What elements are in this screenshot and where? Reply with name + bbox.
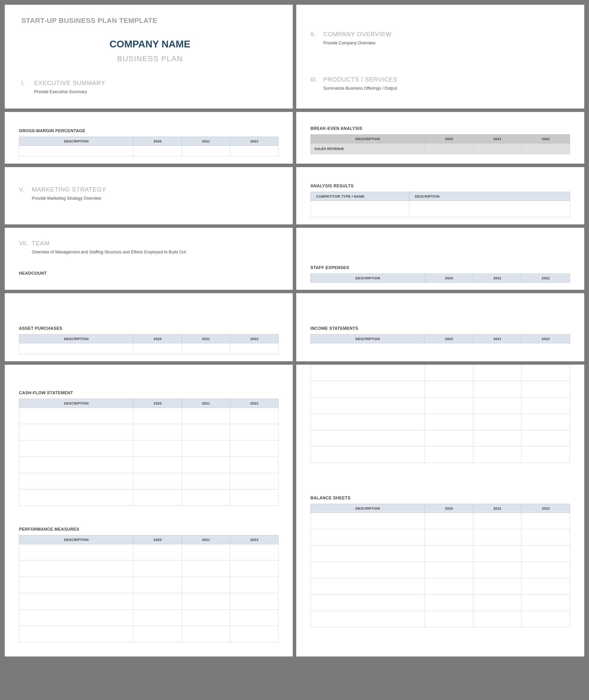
th-description: DESCRIPTION	[19, 399, 134, 408]
th-y3: 2022	[230, 334, 278, 343]
th-description: DESCRIPTION	[311, 504, 425, 513]
section-exec: I. EXECUTIVE SUMMARY	[21, 79, 278, 87]
table-row	[19, 489, 278, 506]
page-income-balance: BALANCE SHEETS DESCRIPTION 2020 2021 202…	[296, 365, 584, 657]
table-staff-expenses: DESCRIPTION 2020 2021 2022	[311, 274, 570, 283]
section-title: TEAM	[32, 240, 49, 247]
table-income-header: DESCRIPTION 2020 2021 2022	[311, 334, 570, 343]
th-y3: 2022	[230, 535, 278, 544]
th-y2: 2021	[182, 334, 230, 343]
th-y1: 2020	[425, 274, 473, 283]
table-row	[19, 626, 278, 642]
section-marketing: V. MARKETING STRATEGY	[19, 186, 278, 193]
table-row	[19, 544, 278, 561]
table-row	[311, 611, 570, 627]
th-y2: 2021	[473, 134, 522, 143]
table-row	[19, 424, 278, 440]
block-title-balance: BALANCE SHEETS	[311, 495, 570, 500]
page-gross-margin: GROSS-MARGIN PERCENTAGE DESCRIPTION 2020…	[5, 112, 293, 164]
table-row	[19, 593, 278, 610]
table-row: SALES REVENUE	[311, 143, 570, 154]
section-roman: I.	[21, 79, 34, 87]
th-y1: 2020	[134, 137, 182, 146]
table-row	[19, 457, 278, 473]
th-y1: 2020	[134, 399, 182, 408]
page-header-summary: START-UP BUSINESS PLAN TEMPLATE COMPANY …	[5, 5, 293, 109]
th-y2: 2021	[473, 334, 522, 343]
block-title-asset: ASSET PURCHASES	[19, 326, 278, 331]
table-income-body	[311, 365, 570, 463]
th-y3: 2022	[522, 134, 570, 143]
table-row	[311, 595, 570, 611]
page-staff-expenses: STAFF EXPENSES DESCRIPTION 2020 2021 202…	[296, 228, 584, 290]
page-cash-perf: CASH-FLOW STATEMENT DESCRIPTION 2020 202…	[5, 365, 293, 657]
table-asset-purchases: DESCRIPTION 2020 2021 2022	[19, 334, 278, 354]
table-row	[19, 408, 278, 424]
th-y3: 2022	[522, 504, 570, 513]
section-body: Provide Company Overview	[323, 41, 570, 46]
page-income-top: INCOME STATEMENTS DESCRIPTION 2020 2021 …	[296, 293, 584, 361]
section-title: COMPANY OVERVIEW	[323, 31, 391, 38]
th-description: DESCRIPTION	[311, 334, 425, 343]
section-roman: V.	[19, 186, 32, 193]
table-cash-flow: DESCRIPTION 2020 2021 2022	[19, 399, 278, 506]
company-name: COMPANY NAME	[21, 39, 278, 50]
th-y2: 2021	[182, 399, 230, 408]
th-description: DESCRIPTION	[311, 134, 425, 143]
th-y3: 2022	[522, 274, 570, 283]
section-body: Overview of Management and Staffing Stru…	[32, 250, 278, 255]
th-description: DESCRIPTION	[19, 334, 134, 343]
table-gross-margin: DESCRIPTION 2020 2021 2022	[19, 137, 278, 156]
section-roman: VII.	[19, 240, 32, 247]
table-row	[311, 513, 570, 529]
section-body: Provide Marketing Strategy Overview	[32, 196, 278, 201]
table-performance: DESCRIPTION 2020 2021 2022	[19, 535, 278, 642]
table-row	[19, 561, 278, 577]
th-y3: 2022	[230, 137, 278, 146]
th-y1: 2020	[134, 334, 182, 343]
th-y2: 2021	[473, 504, 522, 513]
th-competitor: COMPETITOR TYPE / NAME	[311, 192, 409, 201]
th-y3: 2022	[230, 399, 278, 408]
th-y2: 2021	[182, 535, 230, 544]
section-roman: II.	[311, 31, 323, 38]
table-row	[311, 381, 570, 397]
th-y1: 2020	[425, 504, 473, 513]
block-title-perf: PERFORMANCE MEASURES	[19, 527, 278, 532]
page-overview-products: II. COMPANY OVERVIEW Provide Company Ove…	[296, 5, 584, 109]
section-roman: III.	[311, 76, 323, 83]
th-description: DESCRIPTION	[19, 535, 134, 544]
row-sales-revenue: SALES REVENUE	[311, 143, 425, 154]
section-products: III. PRODUCTS / SERVICES	[311, 76, 570, 83]
page-marketing: V. MARKETING STRATEGY Provide Marketing …	[5, 167, 293, 225]
section-body: Provide Executive Summary	[34, 89, 278, 94]
table-break-even: DESCRIPTION 2020 2021 2022 SALES REVENUE	[311, 134, 570, 154]
block-title-cash: CASH-FLOW STATEMENT	[19, 390, 278, 395]
section-body: Summarize Business Offerings / Output	[323, 86, 570, 91]
section-overview: II. COMPANY OVERVIEW	[311, 31, 570, 38]
table-row	[311, 365, 570, 381]
section-title: PRODUCTS / SERVICES	[323, 76, 398, 83]
page-break-even: BREAK-EVEN ANALYSIS DESCRIPTION 2020 202…	[296, 112, 584, 164]
th-y1: 2020	[134, 535, 182, 544]
block-title-analysis: ANALYSIS RESULTS	[311, 184, 570, 189]
th-description: DESCRIPTION	[409, 192, 570, 201]
th-y3: 2022	[522, 334, 570, 343]
block-title-staff: STAFF EXPENSES	[311, 265, 570, 270]
table-row	[19, 343, 278, 354]
table-row	[311, 397, 570, 414]
table-row	[311, 529, 570, 546]
th-y1: 2020	[425, 334, 473, 343]
table-balance: DESCRIPTION 2020 2021 2022	[311, 504, 570, 627]
table-row	[311, 446, 570, 463]
table-row	[311, 562, 570, 578]
table-row	[311, 578, 570, 595]
table-row	[311, 546, 570, 562]
doc-title: START-UP BUSINESS PLAN TEMPLATE	[21, 17, 278, 25]
th-y2: 2021	[182, 137, 230, 146]
th-y1: 2020	[425, 134, 473, 143]
page-asset-purchases: ASSET PURCHASES DESCRIPTION 2020 2021 20…	[5, 293, 293, 361]
table-analysis: COMPETITOR TYPE / NAME DESCRIPTION	[311, 192, 570, 217]
table-row	[311, 430, 570, 446]
th-description: DESCRIPTION	[311, 274, 425, 283]
